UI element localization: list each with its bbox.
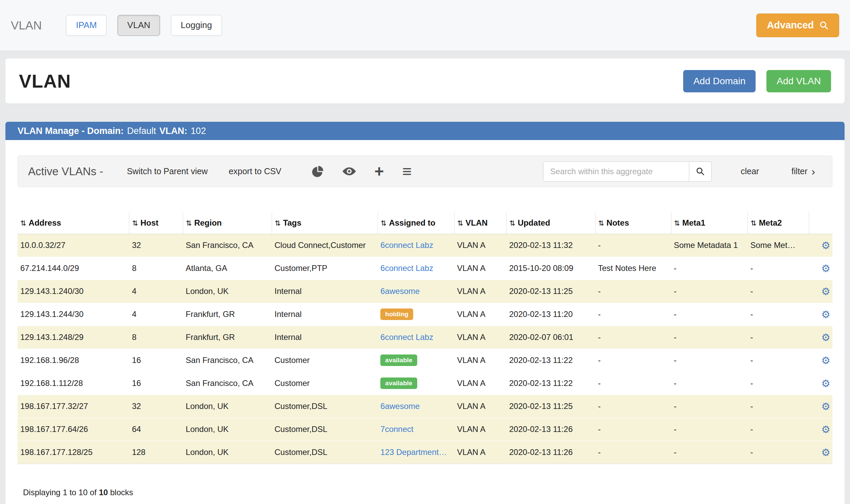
export-csv-link[interactable]: export to CSV <box>229 166 282 176</box>
actions-cell: ⚙ <box>809 349 832 372</box>
gear-icon[interactable]: ⚙ <box>821 424 830 435</box>
meta2-cell: - <box>748 257 809 280</box>
updated-cell: 2020-02-13 11:25 <box>507 280 595 303</box>
region-cell: Atlanta, GA <box>183 257 272 280</box>
host-cell: 128 <box>129 441 183 464</box>
address-cell: 198.167.177.64/26 <box>18 418 129 441</box>
notes-cell: - <box>595 441 671 464</box>
nav-tab-vlan[interactable]: VLAN <box>118 15 160 36</box>
search-icon <box>696 167 705 176</box>
filter-link[interactable]: filter › <box>792 166 815 177</box>
gear-icon[interactable]: ⚙ <box>821 286 830 297</box>
tags-cell: Cloud Connect,Customer <box>272 234 378 257</box>
panel-header-domain: Default <box>127 126 156 136</box>
table-row: 198.167.177.32/2732London, UKCustomer,DS… <box>18 395 832 418</box>
column-header-meta1[interactable]: ⇅Meta1 <box>671 212 747 234</box>
host-cell: 32 <box>129 395 183 418</box>
table-row: 192.168.1.96/2816San Francisco, CACustom… <box>18 349 832 372</box>
updated-cell: 2020-02-13 11:22 <box>507 372 595 395</box>
column-header-updated[interactable]: ⇅Updated <box>507 212 595 234</box>
switch-parent-view-link[interactable]: Switch to Parent view <box>127 166 208 176</box>
column-header-assigned-to[interactable]: ⇅Assigned to <box>378 212 454 234</box>
assigned-cell: 6connect Labz <box>378 326 454 349</box>
active-vlans-title: Active VLANs - <box>28 165 103 178</box>
host-cell: 16 <box>129 372 183 395</box>
notes-cell: - <box>595 372 671 395</box>
gear-icon[interactable]: ⚙ <box>821 378 830 389</box>
table-row: 198.167.177.64/2664London, UKCustomer,DS… <box>18 418 832 441</box>
assigned-link[interactable]: 6connect Labz <box>380 332 433 342</box>
gear-icon[interactable]: ⚙ <box>821 309 830 320</box>
meta2-cell: - <box>748 280 809 303</box>
updated-cell: 2020-02-13 11:26 <box>507 418 595 441</box>
meta2-cell: - <box>748 372 809 395</box>
notes-cell: - <box>595 303 671 326</box>
table-row: 129.143.1.240/304London, UKInternal6awes… <box>18 280 832 303</box>
eye-icon[interactable] <box>342 167 356 176</box>
assigned-link[interactable]: 123 Department… <box>380 448 447 457</box>
add-domain-button[interactable]: Add Domain <box>683 70 756 92</box>
status-badge: available <box>380 378 417 389</box>
add-icon[interactable]: + <box>375 163 384 180</box>
actions-cell: ⚙ <box>809 234 832 257</box>
clear-link[interactable]: clear <box>741 166 759 176</box>
host-cell: 8 <box>129 257 183 280</box>
column-header-address[interactable]: ⇅Address <box>18 212 129 234</box>
add-vlan-button[interactable]: Add VLAN <box>766 70 831 92</box>
sort-icon: ⇅ <box>132 219 138 227</box>
vlan-cell: VLAN A <box>455 280 507 303</box>
column-header-tags[interactable]: ⇅Tags <box>272 212 378 234</box>
column-header-region[interactable]: ⇅Region <box>183 212 272 234</box>
table-footer: Displaying 1 to 10 of 10 blocks <box>23 488 832 497</box>
host-cell: 4 <box>129 303 183 326</box>
updated-cell: 2020-02-13 11:22 <box>507 349 595 372</box>
meta1-cell: - <box>671 441 747 464</box>
column-header-vlan[interactable]: ⇅VLAN <box>455 212 507 234</box>
gear-icon[interactable]: ⚙ <box>821 401 830 412</box>
table-body: 10.0.0.32/2732San Francisco, CACloud Con… <box>18 234 832 464</box>
meta1-cell: - <box>671 372 747 395</box>
search-group <box>543 161 712 182</box>
sort-icon: ⇅ <box>674 219 680 227</box>
tags-cell: Internal <box>272 326 378 349</box>
table-row: 129.143.1.248/298Frankfurt, GRInternal6c… <box>18 326 832 349</box>
tags-cell: Customer,DSL <box>272 441 378 464</box>
gear-icon[interactable]: ⚙ <box>821 447 830 458</box>
assigned-cell: 6connect Labz <box>378 257 454 280</box>
address-cell: 192.168.1.96/28 <box>18 349 129 372</box>
gear-icon[interactable]: ⚙ <box>821 355 830 366</box>
menu-glyph: ≡ <box>402 163 412 180</box>
advanced-search-button[interactable]: Advanced <box>756 14 839 37</box>
assigned-link[interactable]: 6connect Labz <box>380 264 433 273</box>
sort-icon: ⇅ <box>20 219 26 227</box>
address-cell: 192.168.1.112/28 <box>18 372 129 395</box>
pie-chart-icon[interactable] <box>312 165 324 178</box>
vlan-cell: VLAN A <box>455 326 507 349</box>
vlan-cell: VLAN A <box>455 303 507 326</box>
assigned-link[interactable]: 6awesome <box>380 401 420 411</box>
menu-icon[interactable]: ≡ <box>402 163 412 180</box>
notes-cell: - <box>595 349 671 372</box>
gear-icon[interactable]: ⚙ <box>821 240 830 251</box>
gear-icon[interactable]: ⚙ <box>821 263 830 274</box>
column-header-notes[interactable]: ⇅Notes <box>595 212 671 234</box>
address-cell: 129.143.1.248/29 <box>18 326 129 349</box>
assigned-link[interactable]: 6awesome <box>380 287 420 295</box>
actions-cell: ⚙ <box>809 418 832 441</box>
nav-tab-logging[interactable]: Logging <box>171 15 222 36</box>
notes-cell: Test Notes Here <box>595 257 671 280</box>
gear-icon[interactable]: ⚙ <box>821 332 830 343</box>
actions-cell: ⚙ <box>809 257 832 280</box>
nav-tab-ipam[interactable]: IPAM <box>66 15 107 36</box>
app-brand: VLAN <box>11 19 42 32</box>
search-button[interactable] <box>689 161 712 182</box>
assigned-link[interactable]: 6connect Labz <box>380 240 433 250</box>
updated-cell: 2015-10-20 08:09 <box>507 257 595 280</box>
assigned-link[interactable]: 7connect <box>380 425 413 434</box>
table-row: 10.0.0.32/2732San Francisco, CACloud Con… <box>18 234 832 257</box>
meta1-cell: - <box>671 326 747 349</box>
column-header-host[interactable]: ⇅Host <box>129 212 183 234</box>
column-header-meta2[interactable]: ⇅Meta2 <box>748 212 809 234</box>
search-input[interactable] <box>543 161 689 182</box>
host-cell: 32 <box>129 234 183 257</box>
